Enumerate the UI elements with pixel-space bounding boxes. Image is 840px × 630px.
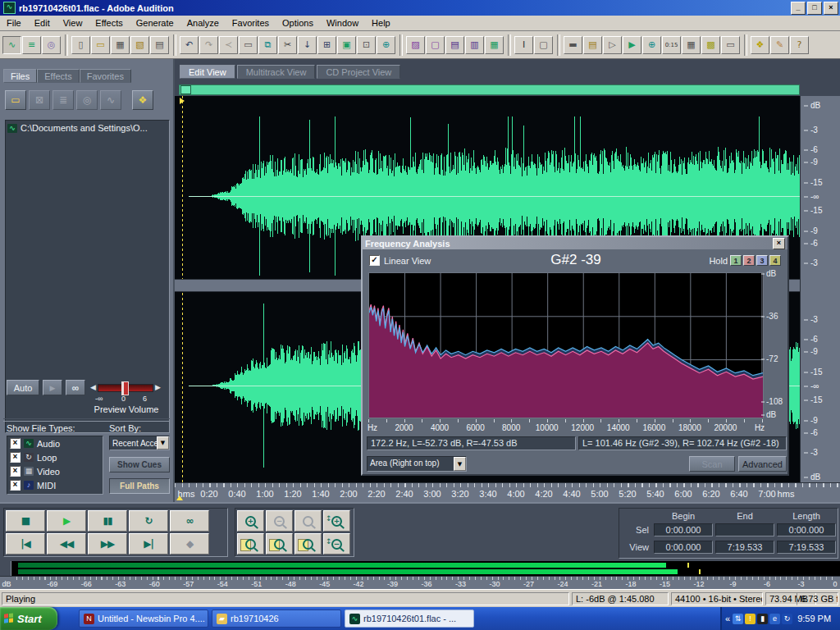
tray-alert-icon[interactable]: !: [745, 614, 756, 624]
open-file-button[interactable]: ▭: [91, 36, 110, 54]
taskbar-task-3[interactable]: ∿rb19710426t01.flac - ...: [345, 609, 474, 628]
spectral-view-button[interactable]: ▨: [406, 36, 425, 54]
selview-value[interactable]: 7:19.533: [715, 541, 774, 554]
tray-update-icon[interactable]: ↻: [782, 614, 792, 624]
play-button[interactable]: ▶: [47, 510, 86, 532]
menu-favorites[interactable]: Favorites: [226, 16, 276, 30]
maximize-button[interactable]: □: [807, 2, 822, 15]
preview-loop-button[interactable]: ∞: [66, 380, 85, 395]
cursor-marker-top[interactable]: [180, 98, 185, 104]
insert-cd-button[interactable]: ◎: [76, 90, 98, 110]
zoom-to-selection-button[interactable]: [237, 533, 264, 555]
loop-button[interactable]: ∞: [170, 510, 209, 532]
waveform-view-button[interactable]: ▢: [426, 36, 445, 54]
save-button[interactable]: ▦: [111, 36, 130, 54]
show-level-meters-button[interactable]: ▩: [701, 36, 720, 54]
tab-effects[interactable]: Effects: [37, 69, 79, 83]
show-transport-button[interactable]: ▶: [623, 36, 641, 54]
meter-handle[interactable]: [0, 561, 11, 576]
show-status-bar-button[interactable]: ▭: [721, 36, 740, 54]
redo-button[interactable]: ↷: [199, 36, 218, 54]
sort-by-dropdown-arrow[interactable]: ▼: [157, 436, 169, 450]
overview-bar[interactable]: [179, 84, 800, 95]
scripts-button[interactable]: ✎: [770, 36, 789, 54]
auto-play-button[interactable]: Auto: [7, 380, 39, 395]
zoom-vertical-out-button[interactable]: −↕: [323, 533, 350, 555]
menu-view[interactable]: View: [57, 16, 89, 30]
frequency-analysis-window[interactable]: Frequency Analysis × ✓ Linear View G#2 -…: [361, 235, 789, 476]
mix-paste-button[interactable]: ▣: [337, 36, 356, 54]
adjust-boundaries-button[interactable]: ▭: [239, 36, 258, 54]
play-looped-button[interactable]: ↻: [129, 510, 168, 532]
file-type-checkbox[interactable]: ×: [10, 466, 21, 477]
preview-play-button[interactable]: ▶: [43, 380, 62, 395]
spectrum-plot[interactable]: [368, 272, 764, 418]
timeline-ruler[interactable]: hms0:200:401:001:201:402:002:202:403:003…: [175, 482, 840, 502]
menu-effects[interactable]: Effects: [89, 16, 129, 30]
title-bar[interactable]: ∿ rb19710426t01.flac - Adobe Audition _□…: [0, 0, 840, 16]
tray-chevron[interactable]: «: [725, 614, 730, 623]
volume-slider-handle[interactable]: [121, 381, 129, 395]
cd-project-button[interactable]: ◎: [42, 36, 61, 54]
insert-multitrack-button[interactable]: ≣: [52, 90, 74, 110]
paste-to-new-button[interactable]: ⊞: [317, 36, 336, 54]
undo-button[interactable]: ↶: [180, 36, 199, 54]
full-paths-button[interactable]: Full Paths: [109, 478, 170, 494]
tab-cd-project-view[interactable]: CD Project View: [317, 65, 400, 79]
file-list-item[interactable]: ∿C:\Documents and Settings\O...: [6, 121, 169, 135]
zoom-in-button[interactable]: +: [237, 510, 264, 532]
display-mode-dropdown-arrow[interactable]: ▼: [454, 457, 466, 471]
help-button[interactable]: ?: [790, 36, 809, 54]
menu-edit[interactable]: Edit: [28, 16, 57, 30]
display-mode-select[interactable]: Area (Right on top) ▼: [367, 456, 467, 472]
preview-volume-slider[interactable]: [98, 384, 153, 392]
taskbar-task-1[interactable]: NUntitled - Newsbin Pro 4....: [79, 609, 208, 628]
start-button[interactable]: Start: [0, 607, 57, 630]
pause-button[interactable]: ▮▮: [88, 510, 127, 532]
stop-button[interactable]: ■: [6, 510, 45, 532]
selview-value[interactable]: 0:00.000: [777, 523, 836, 536]
show-zoom-button[interactable]: ⊕: [642, 36, 661, 54]
cue-list-button[interactable]: ▬: [564, 36, 582, 54]
show-cues-button[interactable]: Show Cues: [109, 457, 170, 472]
frequency-analysis-titlebar[interactable]: Frequency Analysis ×: [363, 237, 788, 249]
new-file-button[interactable]: ▯: [71, 36, 90, 54]
file-type-checkbox[interactable]: ×: [10, 480, 21, 491]
amplitude-ruler[interactable]: dB-3-6-9-15-∞-15-9-6-3-3-6-9-15-∞-15-9-6…: [800, 96, 840, 482]
import-media-button[interactable]: ∿: [100, 90, 121, 110]
level-meters[interactable]: [0, 561, 840, 576]
show-files-panel-button[interactable]: ▤: [583, 36, 602, 54]
file-type-checkbox[interactable]: ×: [10, 452, 21, 463]
copy-button[interactable]: ⧉: [258, 36, 277, 54]
save-as-button[interactable]: ▧: [130, 36, 149, 54]
tab-favorites[interactable]: Favorites: [80, 69, 131, 83]
menu-help[interactable]: Help: [365, 16, 397, 30]
zoom-out-button[interactable]: −: [266, 510, 293, 532]
minimize-button[interactable]: _: [791, 2, 806, 15]
tray-clock[interactable]: 9:59 PM: [797, 614, 831, 623]
record-button[interactable]: ◆: [170, 533, 209, 555]
rewind-button[interactable]: ◀◀: [47, 533, 86, 555]
zoom-selection-left-button[interactable]: [266, 533, 293, 555]
edit-view-button[interactable]: ∿: [2, 36, 21, 54]
hold-1-button[interactable]: 1: [730, 255, 742, 266]
close-file-button[interactable]: ⊠: [29, 90, 50, 110]
cut-button[interactable]: ✂: [278, 36, 297, 54]
tab-edit-view[interactable]: Edit View: [180, 65, 235, 79]
show-effects-panel-button[interactable]: ▷: [603, 36, 622, 54]
multitrack-view-button[interactable]: ≡: [22, 36, 41, 54]
hold-2-button[interactable]: 2: [743, 255, 755, 266]
scan-button[interactable]: Scan: [689, 456, 735, 472]
zoom-selection-right-button[interactable]: [294, 533, 322, 555]
selview-value[interactable]: [715, 523, 774, 536]
volume-slider-left-arrow[interactable]: ◀: [90, 383, 96, 391]
menu-window[interactable]: Window: [320, 16, 365, 30]
show-selection-view-button[interactable]: ▦: [682, 36, 701, 54]
tab-files[interactable]: Files: [3, 69, 37, 83]
close-button[interactable]: ×: [824, 2, 838, 15]
show-time-button[interactable]: 0:15: [662, 36, 681, 54]
zoom-vertical-in-button[interactable]: +↕: [323, 510, 350, 532]
fast-forward-button[interactable]: ▶▶: [88, 533, 127, 555]
tray-network-icon[interactable]: ⇅: [733, 614, 743, 624]
marquee-selection-tool[interactable]: ▢: [534, 36, 553, 54]
